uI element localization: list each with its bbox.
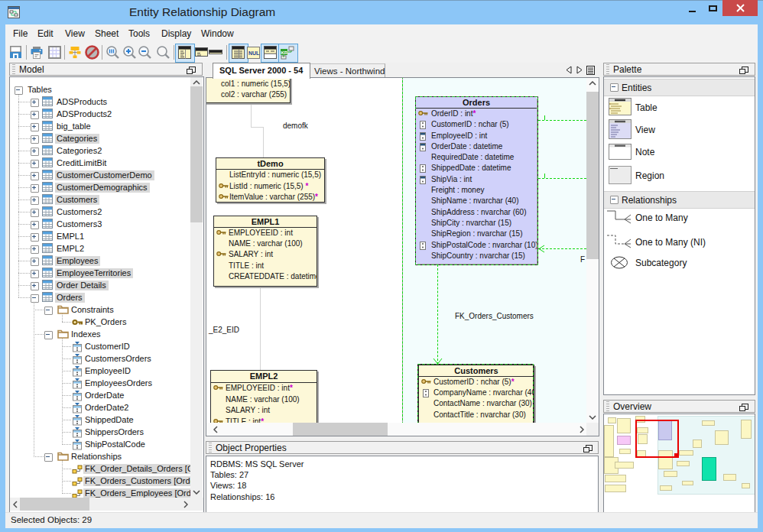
svg-text:NUL: NUL <box>248 50 260 56</box>
svg-text:KR: KR <box>281 50 288 55</box>
